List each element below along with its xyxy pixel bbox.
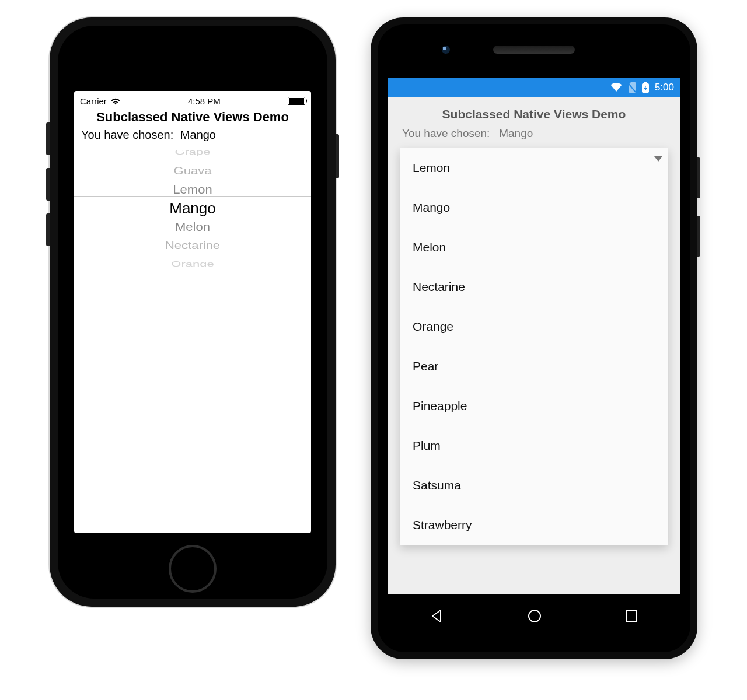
wifi-icon <box>610 83 622 92</box>
ios-status-bar: Carrier 4:58 PM <box>74 91 311 108</box>
spinner-item[interactable]: Satsuma <box>400 466 668 505</box>
android-spinner-dropdown[interactable]: LemonMangoMelonNectarineOrangePearPineap… <box>400 148 668 545</box>
iphone-screen: Carrier 4:58 PM Subclassed Native Views … <box>74 91 311 533</box>
home-button[interactable] <box>169 545 217 593</box>
no-sim-icon <box>628 82 636 93</box>
page-title: Subclassed Native Views Demo <box>388 97 680 127</box>
back-button[interactable] <box>429 608 445 624</box>
home-button[interactable] <box>526 608 543 624</box>
battery-charging-icon <box>642 82 649 93</box>
android-device-frame: 5:00 Subclassed Native Views Demo You ha… <box>371 18 697 659</box>
carrier-label: Carrier <box>80 96 107 106</box>
spinner-item[interactable]: Plum <box>400 426 668 466</box>
clock-label: 5:00 <box>655 82 674 93</box>
chosen-value: Mango <box>499 127 533 139</box>
earpiece-speaker-icon <box>493 46 575 54</box>
picker-item[interactable]: Grape <box>74 150 311 158</box>
android-nav-bar <box>388 595 680 637</box>
recents-button[interactable] <box>624 608 639 624</box>
chevron-down-icon <box>654 154 662 164</box>
chosen-value: Mango <box>180 128 216 141</box>
android-status-bar: 5:00 <box>388 78 680 97</box>
spinner-item[interactable]: Lemon <box>400 148 668 188</box>
picker-item[interactable]: Guava <box>74 163 311 178</box>
spinner-item[interactable]: Orange <box>400 307 668 346</box>
clock-label: 4:58 PM <box>188 96 221 106</box>
spinner-item[interactable]: Nectarine <box>400 267 668 307</box>
spinner-item[interactable]: Pear <box>400 346 668 386</box>
front-camera-icon <box>442 46 450 54</box>
svg-rect-1 <box>626 611 637 621</box>
picker-item[interactable]: Melon <box>74 218 311 236</box>
picker-item[interactable]: Orange <box>74 258 311 267</box>
picker-item[interactable]: Nectarine <box>74 238 311 253</box>
spinner-item[interactable]: Strawberry <box>400 505 668 545</box>
iphone-device-frame: Carrier 4:58 PM Subclassed Native Views … <box>50 18 336 607</box>
picker-item[interactable]: Lemon <box>74 181 311 198</box>
svg-point-0 <box>529 610 540 622</box>
ios-picker-wheel[interactable]: Fig Grape Guava Lemon Mango Melon Nectar… <box>74 150 311 267</box>
page-title: Subclassed Native Views Demo <box>74 108 311 128</box>
chosen-row: You have chosen: Mango <box>74 128 311 150</box>
picker-item-selected[interactable]: Mango <box>74 199 311 218</box>
chosen-label: You have chosen: <box>402 127 490 139</box>
spinner-item[interactable]: Melon <box>400 228 668 267</box>
spinner-item[interactable]: Mango <box>400 188 668 228</box>
android-screen: 5:00 Subclassed Native Views Demo You ha… <box>388 78 680 594</box>
wifi-icon <box>110 97 121 105</box>
chosen-label: You have chosen: <box>81 128 173 141</box>
chosen-row: You have chosen: Mango <box>388 127 680 148</box>
battery-icon <box>288 97 305 105</box>
spinner-item[interactable]: Pineapple <box>400 386 668 426</box>
